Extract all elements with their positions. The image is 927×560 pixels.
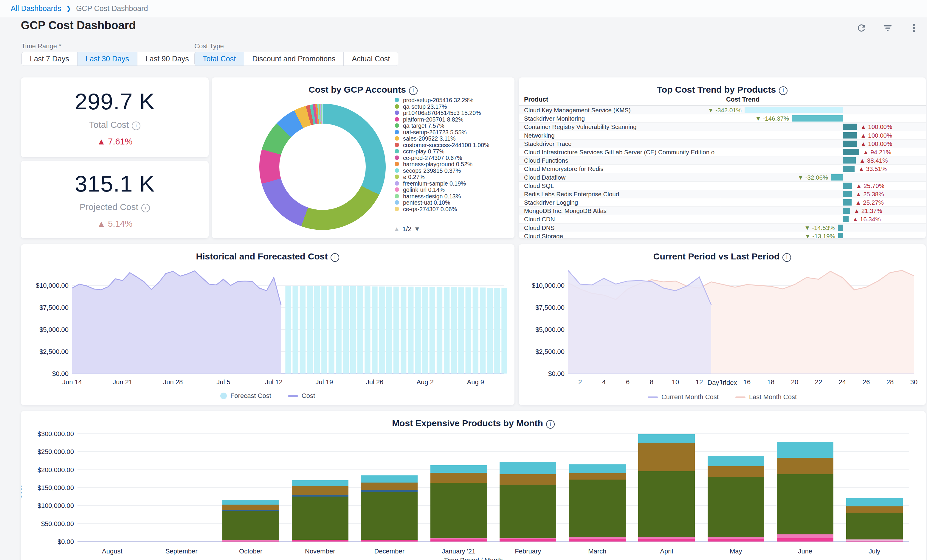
bar-segment-brown — [708, 466, 764, 477]
trend-value: ▲ 21.37% — [854, 207, 882, 214]
trend-bar — [745, 107, 843, 113]
trend-cell: ▼ -146.37% — [721, 114, 923, 123]
svg-text:Jul 12: Jul 12 — [265, 378, 283, 386]
trend-value: ▲ 16.34% — [852, 216, 881, 223]
cost-type-option-2[interactable]: Discount and Promotions — [244, 52, 344, 66]
legend-label: golink-url 0.14% — [403, 187, 445, 193]
top-cost-trend-title: Top Cost Trend by Productsi — [519, 77, 926, 95]
info-icon[interactable]: i — [783, 253, 791, 262]
refresh-icon[interactable] — [856, 23, 867, 33]
period-compare-card: Current Period vs Last Periodi $0.00$2,5… — [519, 244, 926, 405]
bar-segment-brown — [500, 474, 556, 484]
forecast-bar — [314, 286, 320, 373]
month-label: August — [78, 548, 147, 555]
bar-segment-light-pink — [638, 537, 695, 539]
month-label: April — [632, 548, 701, 555]
info-icon[interactable]: i — [779, 87, 787, 95]
cost-type-option-1[interactable]: Total Cost — [195, 52, 244, 66]
info-icon[interactable]: i — [141, 204, 150, 212]
bar-segment-dark-green — [361, 492, 418, 540]
time-range-option-1[interactable]: Last 7 Days — [21, 52, 78, 66]
page-down-icon[interactable]: ▼ — [414, 225, 420, 233]
trend-bar — [843, 165, 855, 172]
breadcrumb-current: GCP Cost Dashboard — [76, 4, 148, 13]
svg-text:Jul 19: Jul 19 — [315, 378, 333, 386]
accounts-donut-chart[interactable] — [259, 104, 386, 230]
trend-bar — [838, 233, 843, 238]
product-cell: Container Registry Vulnerability Scannin… — [524, 123, 715, 131]
info-icon[interactable]: i — [409, 87, 418, 95]
bar-segment-cyan — [708, 456, 764, 466]
forecast-bar — [487, 288, 493, 373]
product-cell: Stackdriver Trace — [524, 140, 715, 147]
legend-item: uat-setup-261723 5.55% — [395, 129, 510, 135]
info-icon[interactable]: i — [331, 253, 339, 262]
legend-label: prod-setup-205416 32.29% — [403, 97, 473, 103]
forecast-bar — [408, 287, 413, 373]
historical-chart: $0.00$2,500.00$5,000.00$7,500.00$10,000.… — [24, 267, 510, 393]
breadcrumb-all-dashboards[interactable]: All Dashboards — [11, 4, 61, 13]
product-cell: Cloud DNS — [524, 224, 715, 231]
trend-cell: ▲ 100.00% — [721, 131, 923, 140]
more-menu-icon[interactable] — [909, 23, 919, 33]
total-cost-card: 299.7 K Total Costi ▲ 7.61% — [21, 77, 209, 157]
legend-label: uat-setup-261723 5.55% — [403, 129, 467, 135]
trend-bar — [843, 141, 857, 147]
legend-item: pentest-uat 0.10% — [395, 200, 510, 206]
svg-text:$0.00: $0.00 — [548, 370, 565, 377]
trend-cell: ▲ 25.70% — [721, 182, 923, 190]
time-range-option-3[interactable]: Last 90 Days — [137, 52, 197, 66]
table-row: Container Registry Vulnerability Scannin… — [519, 123, 926, 131]
bar-segment-dark-green — [430, 483, 487, 538]
breadcrumb-chevron-icon: ❯ — [66, 5, 71, 12]
legend-label: Current Month Cost — [661, 393, 719, 401]
product-cell: Cloud CDN — [524, 216, 715, 223]
svg-text:Aug 2: Aug 2 — [416, 378, 434, 386]
forecast-bar — [372, 287, 377, 373]
legend-dot — [395, 104, 399, 109]
legend-label: pr10406a87045145c3 15.20% — [403, 110, 481, 116]
svg-text:$7,500.00: $7,500.00 — [40, 304, 68, 311]
forecast-bar — [394, 287, 399, 373]
bar-segment-brown — [430, 473, 487, 483]
bar-segment-cyan — [777, 442, 833, 458]
trend-bar — [843, 157, 856, 164]
bar-segment-brown — [222, 505, 279, 510]
info-icon[interactable]: i — [132, 121, 140, 130]
legend-label: ce-qa-274307 0.06% — [403, 206, 457, 212]
bar-segment-dark-green — [708, 477, 764, 537]
legend-item: platform-205701 8.82% — [395, 117, 510, 123]
cost-type-option-3[interactable]: Actual Cost — [343, 52, 398, 66]
svg-text:$5,000.00: $5,000.00 — [535, 326, 565, 333]
info-icon[interactable]: i — [546, 420, 555, 429]
time-range-option-2[interactable]: Last 30 Days — [77, 52, 137, 66]
svg-text:$10,000.00: $10,000.00 — [36, 282, 68, 289]
bar-segment-cyan — [222, 500, 279, 505]
stacked-bar — [292, 480, 348, 542]
svg-text:Aug 9: Aug 9 — [467, 378, 484, 386]
trend-bar — [843, 199, 852, 205]
period-compare-title: Current Period vs Last Periodi — [519, 244, 926, 262]
projected-cost-label-text: Projected Cost — [80, 202, 138, 212]
table-row: Cloud CDN▲ 16.34% — [519, 215, 926, 223]
donut-legend-pagination: ▲ 1/2 ▼ — [394, 225, 420, 233]
bar-segment-dark-green — [569, 480, 626, 537]
forecast-bar — [300, 286, 305, 373]
table-row: Cloud Key Management Service (KMS)▼ -342… — [519, 106, 926, 114]
legend-label: ccm-play 0.77% — [403, 148, 444, 155]
page-up-icon[interactable]: ▲ — [394, 225, 400, 233]
stacked-bar — [638, 434, 695, 542]
page-title: GCP Cost Dashboard — [21, 19, 136, 32]
stacked-bar — [222, 500, 279, 542]
bar-segment-cyan — [638, 434, 695, 443]
legend-item: Forecast Cost — [220, 392, 271, 400]
day-index-axis-label: Day Index — [519, 379, 926, 387]
top-cost-trend-title-text: Top Cost Trend by Products — [657, 85, 776, 94]
trend-value: ▲ 25.27% — [855, 199, 884, 206]
legend-dot — [395, 175, 399, 179]
product-cell: Cloud Key Management Service (KMS) — [524, 107, 715, 114]
filter-icon[interactable] — [882, 23, 893, 33]
trend-value: ▼ -32.06% — [798, 174, 828, 181]
donut-legend: prod-setup-205416 32.29%qa-setup 23.17%p… — [395, 97, 510, 212]
trend-cell: ▲ 25.27% — [721, 198, 923, 206]
